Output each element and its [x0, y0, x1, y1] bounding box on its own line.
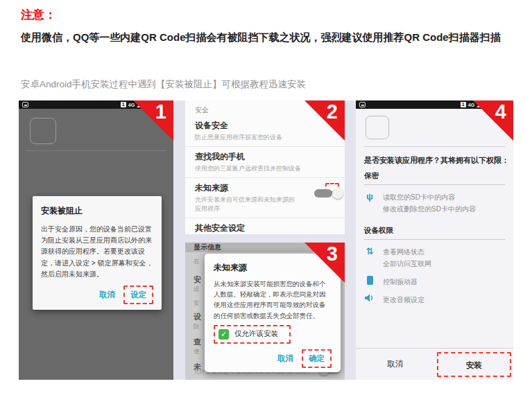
dimmed-text-fragment: 安 — [194, 299, 200, 308]
permission-row-audio: 更改音频设定 — [364, 294, 505, 306]
unknown-sources-dialog: 未知来源 从未知来源安装可能损害您的设备和个人数据。轻敲确定，即表示您同意对因使… — [205, 254, 341, 372]
vibration-icon — [364, 276, 375, 288]
setting-item-unknown-sources[interactable]: 未知来源 允许安装来自可信来源和未知来源的应用程序 — [185, 178, 345, 218]
dialog-body: 出于安全原因，您的设备当前已设置为阻止安装从三星应用商店以外的来源获得的应用程序… — [41, 224, 153, 280]
dimmed-text-fragment: 使 — [194, 348, 200, 356]
permission-text: 查看网络状态 — [383, 246, 431, 258]
instruction-subtitle: 安卓Android手机安装过程中遇到【安装被阻止】可根据教程迅速安装 — [21, 78, 306, 91]
permission-text: 修改或删除您的SD卡中的内容 — [383, 203, 476, 215]
dimmed-text-fragment: 安 — [194, 274, 201, 285]
permission-row-vibration: 控制振动器 — [364, 276, 505, 288]
step-number: 4 — [495, 102, 506, 122]
dimmed-text-fragment: 防 — [194, 323, 200, 331]
notification-count-badge: 1 — [461, 102, 466, 107]
highlight-box: 确定 — [302, 349, 332, 368]
warning-text: 使用微信，QQ等一些内建QR Code扫描会有被阻挡下载之状况，强烈建议使用推荐… — [21, 28, 515, 46]
divider — [26, 150, 166, 151]
setting-subtitle: 防止恶意应用程序损害您的设备 — [195, 133, 335, 142]
permission-text: 全部访问互联网 — [383, 258, 431, 270]
phone1-screenshot: 1 4G 7 安装被阻止 出于安全原因，您的设备当前已设置为阻止安装从三星应用商… — [19, 100, 173, 380]
permission-text: 读取您的SD卡中的内容 — [383, 191, 476, 203]
setting-subtitle: 使用您的三星账户远程查找并控制设备 — [195, 164, 335, 173]
step-corner-ribbon — [133, 100, 173, 141]
cancel-button[interactable]: 取消 — [272, 351, 299, 367]
network-type-icon: 4G — [468, 103, 474, 107]
install-button-bar: 取消 安装 — [356, 348, 513, 380]
setting-title: 查找我的手机 — [195, 151, 335, 163]
setting-item-find-my-phone[interactable]: 查找我的手机 使用您的三星账户远程查找并控制设备 — [185, 147, 345, 178]
permission-group-privacy: 保密 — [364, 171, 505, 185]
cancel-button[interactable]: 取消 — [94, 287, 121, 303]
app-icon-placeholder — [30, 118, 56, 144]
dialog-title: 未知来源 — [214, 262, 332, 274]
app-icon-placeholder — [366, 116, 389, 139]
setting-title: 其他安全设定 — [195, 222, 335, 234]
phone2-security-screenshot: 安全 设备安全 防止恶意应用程序损害您的设备 查找我的手机 使用您的三星账户远程… — [185, 100, 345, 234]
screenshot-icon — [22, 102, 28, 107]
notification-count-badge: 1 — [121, 102, 126, 107]
permission-row-network: ⇅ 查看网络状态 全部访问互联网 — [364, 246, 505, 270]
network-arrows-icon: ⇅ — [364, 246, 375, 257]
highlight-box: ✓ 仅允许该安装 — [214, 325, 291, 344]
network-type-icon: 4G — [128, 103, 135, 107]
highlight-box: 安装 — [437, 352, 511, 377]
setting-title: 设备安全 — [195, 120, 335, 132]
notice-label: 注意： — [21, 7, 56, 23]
setting-item-other-security[interactable]: 其他安全设定 更改安全更新和证书存储等其他安全设定 — [185, 218, 345, 234]
install-prompt-title: 是否安装该应用程序？其将拥有以下权限： — [364, 155, 509, 166]
speaker-icon — [364, 294, 375, 305]
dialog-body: 从未知来源安装可能损害您的设备和个人数据。轻敲确定，即表示您同意对因使用这些应用… — [214, 279, 332, 321]
permission-row-storage: ψ 读取您的SD卡中的内容 修改或删除您的SD卡中的内容 — [364, 191, 505, 215]
step-number: 3 — [327, 244, 338, 264]
cancel-button[interactable]: 取消 — [387, 359, 403, 369]
step-number: 2 — [327, 102, 338, 122]
checkbox-checked-icon[interactable]: ✓ — [218, 329, 229, 340]
step-corner-ribbon — [473, 100, 513, 141]
highlight-box: 设定 — [123, 286, 153, 304]
phone2-dialog-screenshot: 显示信息 在 安 设 安 设 防 查 使 未 允许安装来自可信来源和未知来源的应… — [185, 243, 345, 380]
dialog-title: 安装被阻止 — [41, 205, 153, 217]
dimmed-text-fragment: 设 — [194, 286, 200, 294]
permission-text: 控制振动器 — [383, 276, 418, 288]
step-number: 1 — [155, 102, 166, 122]
highlight-box — [325, 183, 339, 193]
screenshot-band: 1 4G 7 安装被阻止 出于安全原因，您的设备当前已设置为阻止安装从三星应用商… — [19, 100, 513, 380]
permission-group-device: 设备权限 — [364, 226, 505, 240]
divider — [364, 146, 505, 147]
tutorial-page: 注意： 使用微信，QQ等一些内建QR Code扫描会有被阻挡下载之状况，强烈建议… — [0, 0, 532, 395]
usb-storage-icon: ψ — [364, 191, 375, 202]
dimmed-text-fragment: 查 — [194, 337, 201, 347]
setting-title: 未知来源 — [195, 182, 299, 194]
setting-subtitle: 允许安装来自可信来源和未知来源的应用程序 — [195, 195, 299, 213]
screenshot-icon — [359, 102, 366, 107]
setting-item-device-security[interactable]: 设备安全 防止恶意应用程序损害您的设备 — [185, 116, 345, 147]
install-blocked-dialog: 安装被阻止 出于安全原因，您的设备当前已设置为阻止安装从三星应用商店以外的来源获… — [33, 196, 162, 310]
checkbox-label: 仅允许该安装 — [234, 329, 278, 339]
install-button[interactable]: 安装 — [466, 360, 482, 371]
dimmed-text-fragment: 设 — [194, 312, 201, 322]
permission-text: 更改音频设定 — [383, 294, 424, 306]
ok-button[interactable]: 确定 — [303, 351, 330, 367]
settings-button[interactable]: 设定 — [125, 287, 152, 303]
phone3-install-screenshot: 1 4G 7 是否安装该应用程序？其将拥有以下权限： 保密 ψ 读取您的SD卡中… — [356, 100, 513, 380]
dimmed-text-fragment: 在 — [194, 258, 200, 266]
